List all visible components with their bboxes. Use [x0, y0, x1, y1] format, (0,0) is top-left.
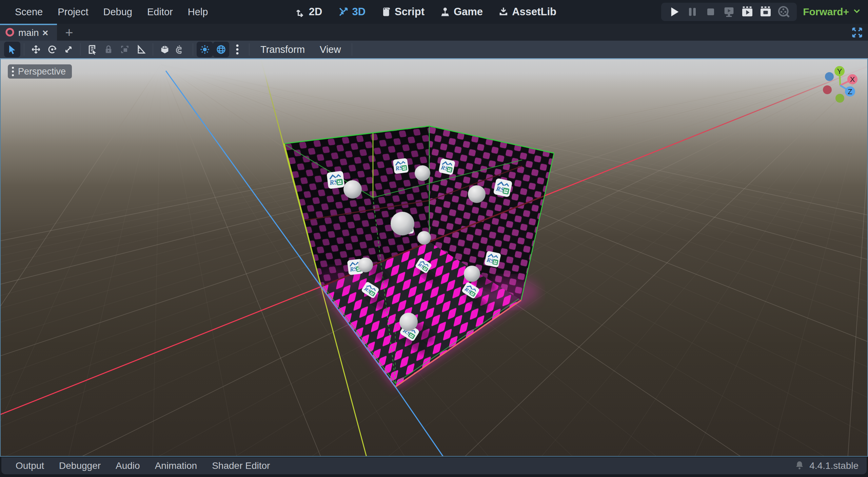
- white-sphere: [399, 313, 418, 331]
- scene-tab-label: main: [18, 27, 39, 38]
- environment-globe-icon: [216, 44, 226, 55]
- gizmo-negative-axis: [823, 85, 832, 94]
- game-icon: [440, 7, 450, 17]
- magnet-icon: [176, 44, 186, 55]
- workspace-2d-button[interactable]: 2D: [290, 4, 328, 20]
- tab-close-icon[interactable]: ×: [42, 28, 48, 38]
- rendering-driver-dropdown[interactable]: Forward+: [803, 6, 861, 18]
- rotate-tool-button[interactable]: [44, 42, 60, 57]
- main-menus: Scene Project Debug Editor Help: [0, 4, 214, 20]
- workspace-assetlib-button[interactable]: AssetLib: [493, 4, 562, 20]
- playback-controls: [661, 3, 797, 21]
- logo-decal: [484, 251, 501, 268]
- white-sphere: [468, 185, 486, 203]
- stop-button[interactable]: [704, 5, 717, 19]
- scale-tool-button[interactable]: [60, 42, 77, 57]
- white-sphere: [391, 212, 414, 235]
- selectable-list-button[interactable]: [84, 42, 100, 57]
- engine-version-label[interactable]: 4.4.1.stable: [809, 460, 859, 471]
- local-space-cube-icon: [160, 44, 170, 55]
- ruler-icon: [136, 45, 146, 54]
- workspace-game-button[interactable]: Game: [435, 4, 488, 20]
- pause-button[interactable]: [686, 5, 699, 19]
- 3d-icon: [338, 6, 349, 17]
- workspace-script-button[interactable]: Script: [376, 4, 430, 20]
- white-sphere: [415, 165, 430, 181]
- menu-project[interactable]: Project: [52, 4, 94, 20]
- kebab-menu-icon: [235, 44, 240, 55]
- list-select-icon: [87, 44, 97, 55]
- workspace-3d-label: 3D: [352, 6, 366, 18]
- workspace-assetlib-label: AssetLib: [512, 6, 556, 18]
- notification-bell-icon[interactable]: [794, 460, 805, 472]
- transform-menu[interactable]: Transform: [253, 44, 312, 55]
- white-sphere: [417, 231, 431, 245]
- 3d-scene: RS: [0, 58, 868, 457]
- svg-text:X: X: [850, 75, 855, 84]
- select-tool-button[interactable]: [4, 42, 20, 57]
- svg-text:Y: Y: [837, 67, 842, 76]
- add-scene-tab-button[interactable]: +: [62, 26, 77, 39]
- perspective-menu-button[interactable]: Perspective: [8, 64, 72, 79]
- workspace-game-label: Game: [454, 6, 483, 18]
- preview-environment-button[interactable]: [213, 42, 229, 57]
- move-tool-button[interactable]: [28, 42, 44, 57]
- logo-decal: [327, 171, 345, 189]
- scene-tab-main[interactable]: main ×: [0, 24, 57, 41]
- movie-maker-button[interactable]: [777, 5, 791, 19]
- rotate-icon: [47, 44, 57, 55]
- run-bar: Forward+: [661, 3, 861, 21]
- play-scene-button[interactable]: [741, 5, 754, 19]
- menu-scene[interactable]: Scene: [9, 4, 49, 20]
- scene-tab-bar: main × +: [0, 24, 868, 41]
- preview-sun-button[interactable]: [197, 42, 213, 57]
- workspace-switcher: 2D 3D Script Game: [290, 4, 562, 20]
- chevron-down-icon: [852, 6, 861, 18]
- workspace-3d-button[interactable]: 3D: [332, 4, 371, 20]
- scale-icon: [63, 44, 74, 55]
- ruler-button[interactable]: [133, 42, 149, 57]
- panel-audio[interactable]: Audio: [110, 459, 146, 473]
- lock-icon: [104, 45, 113, 54]
- group-icon: [120, 45, 130, 54]
- godot-editor-window: Scene Project Debug Editor Help 2D 3D: [0, 0, 868, 477]
- driver-label: Forward+: [803, 6, 849, 18]
- menu-bar: Scene Project Debug Editor Help 2D 3D: [0, 0, 868, 24]
- panel-output[interactable]: Output: [9, 459, 50, 473]
- svg-text:Z: Z: [848, 87, 852, 96]
- panel-shader-editor[interactable]: Shader Editor: [206, 459, 276, 473]
- assetlib-icon: [498, 7, 509, 17]
- kebab-menu-icon: [12, 67, 14, 76]
- white-sphere: [464, 266, 480, 282]
- menu-debug[interactable]: Debug: [97, 4, 138, 20]
- ungroup-button[interactable]: [117, 42, 133, 57]
- 2d-icon: [295, 7, 305, 17]
- logo-decal: [493, 178, 512, 197]
- move-icon: [31, 44, 41, 55]
- panel-debugger[interactable]: Debugger: [53, 459, 107, 473]
- lock-button[interactable]: [100, 42, 117, 57]
- script-icon: [381, 7, 391, 17]
- view-menu[interactable]: View: [312, 44, 348, 55]
- menu-editor[interactable]: Editor: [141, 4, 179, 20]
- play-custom-scene-button[interactable]: [759, 5, 772, 19]
- perspective-label: Perspective: [18, 66, 66, 77]
- local-space-button[interactable]: [157, 42, 173, 57]
- play-button[interactable]: [667, 5, 681, 19]
- expand-viewport-icon[interactable]: [850, 26, 864, 39]
- menu-help[interactable]: Help: [182, 4, 214, 20]
- gizmo-negative-axis: [825, 72, 834, 81]
- snap-button[interactable]: [173, 42, 189, 57]
- sun-icon: [200, 44, 210, 55]
- white-sphere: [358, 257, 373, 272]
- select-arrow-icon: [7, 44, 17, 55]
- play-remote-button[interactable]: [722, 5, 736, 19]
- white-sphere: [343, 180, 362, 199]
- gizmo-negative-axis: [835, 94, 844, 103]
- logo-decal: [393, 158, 409, 174]
- sun-environment-settings-button[interactable]: [229, 42, 245, 57]
- 3d-viewport[interactable]: RS: [0, 58, 868, 457]
- workspace-2d-label: 2D: [309, 6, 322, 18]
- spatial-toolbar: Transform View: [0, 41, 868, 58]
- panel-animation[interactable]: Animation: [149, 459, 203, 473]
